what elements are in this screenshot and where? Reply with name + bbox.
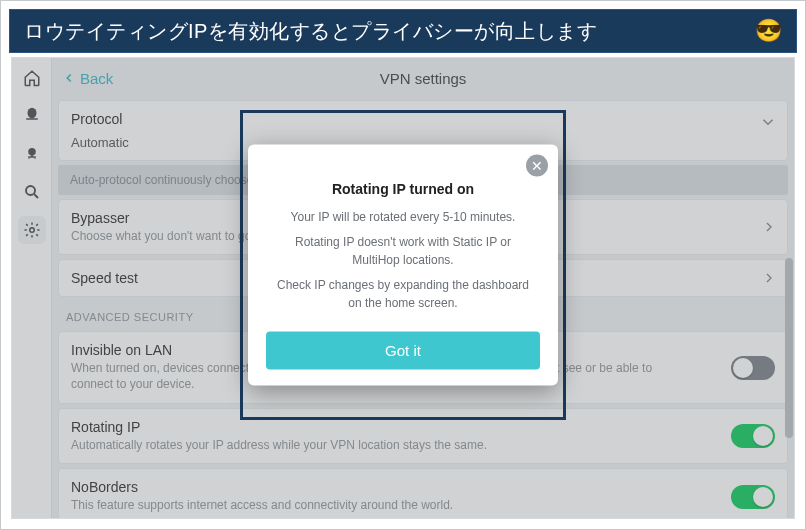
svg-rect-4 xyxy=(28,156,30,158)
noborders-desc: This feature supports internet access an… xyxy=(71,498,671,514)
noborders-row: NoBorders This feature supports internet… xyxy=(58,468,788,518)
svg-line-8 xyxy=(34,194,38,198)
svg-point-7 xyxy=(26,186,35,195)
modal-line-2: Rotating IP doesn't work with Static IP … xyxy=(276,234,530,269)
chevron-right-icon xyxy=(761,270,777,286)
scrollbar-thumb[interactable] xyxy=(785,258,793,438)
close-icon: ✕ xyxy=(531,158,543,174)
svg-rect-1 xyxy=(26,118,38,120)
rotating-ip-label: Rotating IP xyxy=(71,419,775,435)
sidebar-item-shield[interactable] xyxy=(18,140,46,168)
svg-rect-6 xyxy=(29,156,34,158)
modal-line-3: Check IP changes by expanding the dashbo… xyxy=(276,277,530,312)
sunglasses-emoji: 😎 xyxy=(755,18,782,44)
modal-line-1: Your IP will be rotated every 5-10 minut… xyxy=(276,209,530,226)
rotating-ip-desc: Automatically rotates your IP address wh… xyxy=(71,438,671,454)
chevron-down-icon xyxy=(759,113,777,131)
got-it-button[interactable]: Got it xyxy=(266,331,540,369)
rotating-ip-modal: ✕ Rotating IP turned on Your IP will be … xyxy=(248,145,558,386)
protocol-label: Protocol xyxy=(71,111,775,127)
modal-title: Rotating IP turned on xyxy=(266,181,540,197)
svg-point-0 xyxy=(27,108,36,119)
sidebar-item-alert[interactable] xyxy=(18,102,46,130)
back-button[interactable]: Back xyxy=(62,70,113,87)
sidebar-item-settings[interactable] xyxy=(18,216,46,244)
close-button[interactable]: ✕ xyxy=(526,155,548,177)
annotation-banner: ロウテイティングIPを有効化するとプライバシーが向上します 😎 xyxy=(9,9,797,53)
rotating-ip-toggle[interactable] xyxy=(731,424,775,448)
sidebar-item-search[interactable] xyxy=(18,178,46,206)
banner-text: ロウテイティングIPを有効化するとプライバシーが向上します xyxy=(24,18,749,45)
svg-rect-5 xyxy=(34,156,36,158)
noborders-label: NoBorders xyxy=(71,479,775,495)
sidebar xyxy=(12,58,52,518)
svg-point-9 xyxy=(29,228,34,233)
back-label: Back xyxy=(80,70,113,87)
topbar: Back VPN settings xyxy=(52,58,794,98)
page-title: VPN settings xyxy=(52,70,794,87)
chevron-left-icon xyxy=(62,71,76,85)
sidebar-item-home[interactable] xyxy=(18,64,46,92)
noborders-toggle[interactable] xyxy=(731,485,775,509)
invisible-on-lan-toggle[interactable] xyxy=(731,356,775,380)
rotating-ip-row: Rotating IP Automatically rotates your I… xyxy=(58,408,788,465)
chevron-right-icon xyxy=(761,219,777,235)
